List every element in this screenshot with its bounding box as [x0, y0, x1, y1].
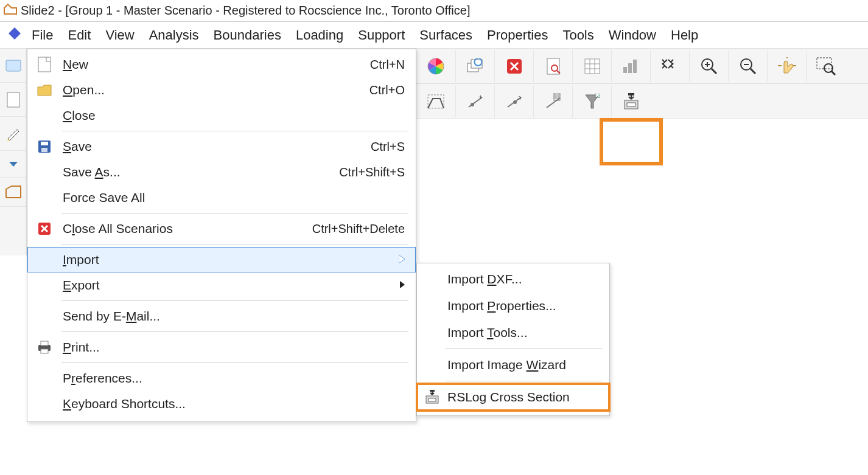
file-save-as[interactable]: Save As... Ctrl+Shift+S [27, 159, 416, 185]
file-open[interactable]: Open... Ctrl+O [27, 77, 416, 103]
menu-edit[interactable]: Edit [68, 24, 102, 47]
file-open-label: Open... [63, 83, 369, 97]
left-new-doc-icon[interactable] [0, 83, 26, 117]
file-close[interactable]: Close [27, 103, 416, 128]
toolbar-row-1 [416, 49, 868, 84]
layers-icon[interactable] [455, 50, 494, 82]
svg-rect-17 [628, 63, 632, 73]
menu-loading[interactable]: Loading [296, 24, 354, 47]
file-save-as-shortcut: Ctrl+Shift+S [339, 165, 405, 179]
submenu-arrow-icon [400, 280, 405, 290]
file-import-label: Import [63, 252, 393, 267]
file-close-all-shortcut: Ctrl+Shift+Delete [312, 222, 405, 236]
svg-text:+: + [478, 94, 483, 102]
printer-icon [35, 340, 54, 355]
color-wheel-icon[interactable] [416, 50, 455, 82]
title-bar: Slide2 - [Group 1 - Master Scenario - Re… [0, 0, 868, 22]
file-save[interactable]: Save Ctrl+S [27, 134, 416, 159]
import-tools-label: Import Tools... [447, 325, 528, 340]
file-new[interactable]: New Ctrl+N [27, 52, 416, 77]
svg-rect-57 [41, 349, 48, 353]
menu-support[interactable]: Support [358, 24, 416, 47]
svg-rect-48 [38, 57, 51, 72]
file-send-mail-label: Send by E-Mail... [63, 309, 405, 324]
highlight-toolbar-import [600, 118, 663, 165]
open-folder-icon [35, 83, 54, 97]
import-rslog-icon[interactable] [611, 86, 650, 117]
svg-rect-16 [623, 67, 627, 73]
svg-marker-53 [399, 255, 405, 263]
menu-separator [61, 362, 408, 363]
menu-window[interactable]: Window [609, 24, 667, 47]
filter-icon[interactable] [572, 86, 611, 117]
menu-separator [61, 244, 408, 244]
left-dropdown-icon[interactable] [0, 151, 26, 178]
delete-point-icon[interactable] [533, 86, 572, 117]
menu-boundaries[interactable]: Boundaries [214, 24, 292, 47]
svg-marker-54 [400, 281, 405, 288]
svg-line-38 [547, 98, 560, 108]
zoom-out-icon[interactable] [728, 50, 767, 82]
svg-rect-56 [41, 341, 48, 345]
rslog-icon [423, 390, 441, 404]
document-search-icon[interactable] [533, 50, 572, 82]
import-dxf[interactable]: Import DXF... [417, 266, 609, 293]
import-dxf-label: Import DXF... [447, 272, 522, 286]
menu-analysis[interactable]: Analysis [149, 24, 210, 47]
svg-rect-18 [633, 60, 637, 73]
menu-view[interactable]: View [105, 24, 145, 47]
svg-point-37 [513, 100, 517, 104]
move-point-icon[interactable] [494, 86, 533, 117]
grid-icon[interactable] [572, 50, 611, 82]
close-all-icon [35, 221, 54, 236]
file-print[interactable]: Print... [27, 335, 416, 360]
svg-rect-6 [471, 60, 482, 68]
svg-rect-11 [585, 59, 600, 74]
file-save-shortcut: Ctrl+S [371, 140, 405, 154]
menu-properties[interactable]: Properties [487, 24, 559, 47]
file-export[interactable]: Export [27, 272, 416, 298]
chart-icon[interactable] [611, 50, 650, 82]
add-point-icon[interactable]: + [455, 86, 494, 117]
boundary-icon[interactable] [416, 86, 455, 117]
svg-line-24 [751, 69, 755, 74]
file-send-mail[interactable]: Send by E-Mail... [27, 303, 416, 329]
menu-separator [61, 300, 408, 301]
svg-rect-46 [627, 103, 635, 106]
save-disk-icon [35, 139, 54, 154]
import-submenu: Import DXF... Import Properties... Impor… [416, 263, 610, 416]
menu-file[interactable]: File [32, 24, 64, 47]
toolbar-row-2: + [416, 84, 868, 119]
left-edit-icon[interactable] [0, 117, 26, 151]
svg-rect-1 [6, 60, 21, 71]
svg-line-20 [712, 69, 716, 74]
import-rslog[interactable]: RSLog Cross Section [417, 384, 609, 411]
import-tools[interactable]: Import Tools... [417, 319, 609, 346]
file-keyboard-shortcuts[interactable]: Keyboard Shortcuts... [27, 391, 416, 417]
brand-icon [7, 26, 22, 44]
zoom-window-icon[interactable] [806, 50, 845, 82]
left-shape-icon[interactable] [0, 178, 26, 207]
import-image-wizard-label: Import Image Wizard [447, 358, 566, 372]
import-properties[interactable]: Import Properties... [417, 293, 609, 319]
menu-help[interactable]: Help [671, 24, 709, 47]
file-close-all[interactable]: Close All Scenarios Ctrl+Shift+Delete [27, 216, 416, 241]
file-import[interactable]: Import [27, 247, 416, 272]
import-image-wizard[interactable]: Import Image Wizard [417, 352, 609, 378]
menu-tools[interactable]: Tools [562, 24, 604, 47]
pan-hand-icon[interactable] [767, 50, 806, 82]
zoom-in-icon[interactable] [689, 50, 728, 82]
fit-arrows-icon[interactable] [650, 50, 689, 82]
file-force-save-all[interactable]: Force Save All [27, 185, 416, 210]
new-file-icon [35, 57, 54, 72]
file-force-save-all-label: Force Save All [63, 190, 405, 205]
file-close-all-label: Close All Scenarios [63, 221, 312, 236]
left-blank-cell [0, 49, 26, 83]
menu-surfaces[interactable]: Surfaces [419, 24, 483, 47]
close-scenario-icon[interactable] [494, 50, 533, 82]
file-preferences[interactable]: Preferences... [27, 366, 416, 391]
import-rslog-label: RSLog Cross Section [447, 390, 570, 404]
file-export-label: Export [63, 278, 394, 293]
file-close-label: Close [63, 108, 405, 123]
file-open-shortcut: Ctrl+O [369, 83, 405, 97]
